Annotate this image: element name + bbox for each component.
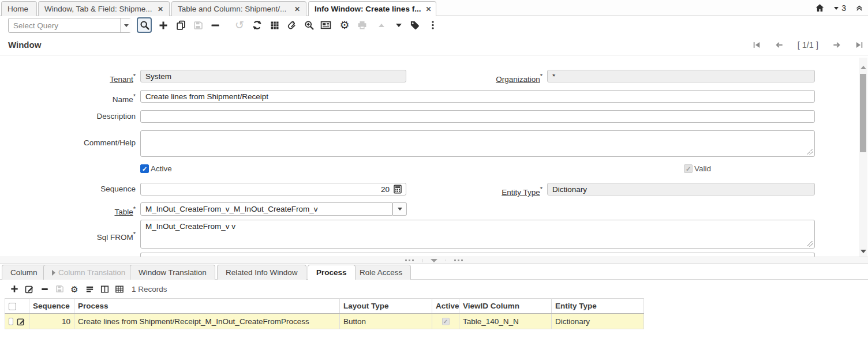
row-entity-type: Dictionary <box>552 314 644 329</box>
splitter-collapse-button[interactable] <box>422 259 446 262</box>
splitter-grip[interactable] <box>397 260 422 261</box>
tab-column-translation[interactable]: Column Translation <box>43 265 134 280</box>
page-title: Window <box>8 40 41 50</box>
row-sequence: 10 <box>29 314 74 329</box>
column-header-entity-type[interactable]: Entity Type <box>552 299 644 314</box>
calculator-button[interactable] <box>393 185 402 194</box>
previous-record-button[interactable] <box>775 41 784 49</box>
open-windows-dropdown[interactable]: 3 <box>834 3 846 13</box>
sql-from-field[interactable]: M_InOut_CreateFrom_v v <box>140 220 815 249</box>
search-icon <box>140 20 149 30</box>
tab-process[interactable]: Process <box>308 265 356 280</box>
select-query-dropdown-button[interactable] <box>120 18 132 32</box>
select-all-checkbox[interactable] <box>9 303 16 310</box>
organization-field[interactable] <box>547 70 815 82</box>
home-button[interactable] <box>815 3 825 13</box>
table-row[interactable]: 10 Create lines from Shipment/Receipt_M_… <box>5 314 644 329</box>
scroll-down-arrow[interactable] <box>860 250 866 253</box>
select-query-input[interactable] <box>9 18 120 32</box>
splitter-grip[interactable] <box>446 260 471 261</box>
active-checkbox[interactable]: ✓ <box>140 164 149 173</box>
last-record-button[interactable] <box>855 41 863 49</box>
panel-splitter[interactable] <box>0 257 868 264</box>
zoom-across-button[interactable] <box>301 17 316 33</box>
description-field[interactable] <box>140 110 815 123</box>
new-record-button[interactable] <box>156 17 171 33</box>
tab-role-access[interactable]: Role Access <box>351 265 411 280</box>
sequence-field[interactable] <box>140 183 406 195</box>
column-header-process[interactable]: Process <box>74 299 340 314</box>
detail-save-button[interactable] <box>52 283 67 295</box>
tab-column[interactable]: Column <box>2 265 46 280</box>
copy-record-button[interactable] <box>173 17 188 33</box>
window-tabbar: Home Window, Tab & Field: Shipme... ✕ Ta… <box>0 0 868 16</box>
tab-window-tab-field[interactable]: Window, Tab & Field: Shipme... ✕ <box>38 1 170 16</box>
delete-record-button[interactable] <box>208 17 223 33</box>
tab-label: Window, Tab & Field: Shipme... <box>44 5 152 13</box>
undo-button[interactable]: ↺ <box>232 17 247 33</box>
detail-grid-view-button[interactable] <box>112 283 127 295</box>
minus-icon <box>211 21 220 30</box>
table-label: Table* <box>0 202 136 219</box>
save-button[interactable] <box>190 17 205 33</box>
row-active-cell: ✓ <box>432 314 459 329</box>
print-button[interactable] <box>354 17 369 33</box>
detail-quick-form-button[interactable] <box>82 283 97 295</box>
first-record-button[interactable] <box>753 41 761 49</box>
row-edit-button[interactable] <box>17 317 25 326</box>
table-dropdown-button[interactable] <box>392 202 407 216</box>
table-grid-icon <box>115 285 124 294</box>
detail-process-button[interactable]: ⚙ <box>67 283 82 295</box>
tab-table-and-column[interactable]: Table and Column: Shipment/... ✕ <box>171 1 306 16</box>
entity-type-field[interactable] <box>547 183 815 195</box>
column-header-layout-type[interactable]: Layout Type <box>340 299 432 314</box>
detail-record-button[interactable] <box>391 17 406 33</box>
edit-icon <box>17 317 25 326</box>
detail-new-button[interactable] <box>7 283 22 295</box>
arrow-left-icon <box>775 41 784 49</box>
detail-delete-button[interactable] <box>37 283 52 295</box>
attachment-button[interactable] <box>284 17 299 33</box>
form-scrollbar <box>859 58 867 257</box>
next-record-button[interactable] <box>832 41 841 49</box>
close-icon[interactable]: ✕ <box>425 5 431 13</box>
tab-info-window[interactable]: Info Window: Create lines f... ✕ <box>308 1 436 16</box>
report-icon <box>320 20 331 30</box>
refresh-button[interactable] <box>249 17 264 33</box>
table-field[interactable] <box>140 202 392 216</box>
collapse-all-button[interactable] <box>855 4 863 12</box>
column-header-sequence[interactable]: Sequence <box>29 299 74 314</box>
detail-edit-button[interactable] <box>22 283 37 295</box>
process-button[interactable]: ⚙ <box>337 17 352 33</box>
more-actions-button[interactable] <box>425 17 440 33</box>
tab-window-translation[interactable]: Window Translation <box>130 265 215 280</box>
column-header-active[interactable]: Active <box>432 299 459 314</box>
grid-toggle-button[interactable] <box>267 17 282 33</box>
scroll-up-arrow[interactable] <box>860 66 866 69</box>
row-select-checkbox[interactable] <box>9 318 13 325</box>
window-form: Tenant* Organization* Name* Description … <box>0 55 859 257</box>
description-label: Description <box>0 110 136 123</box>
save-icon <box>193 21 203 30</box>
detail-panel-toggle-button[interactable] <box>97 283 112 295</box>
comment-help-field[interactable] <box>140 130 815 157</box>
close-icon[interactable]: ✕ <box>294 5 300 13</box>
report-button[interactable] <box>318 17 333 33</box>
valid-checkbox[interactable]: ✓ <box>684 164 693 173</box>
scrollbar-thumb[interactable] <box>860 74 866 152</box>
row-process: Create lines from Shipment/Receipt_M_InO… <box>74 314 340 329</box>
tag-icon <box>410 20 420 30</box>
parent-record-button[interactable] <box>374 17 389 33</box>
find-record-button[interactable] <box>137 17 152 33</box>
plus-icon <box>159 21 168 30</box>
tab-related-info-window[interactable]: Related Info Window <box>217 265 306 280</box>
arrow-right-icon <box>832 41 841 49</box>
close-icon[interactable]: ✕ <box>158 5 163 13</box>
column-header-viewid-column[interactable]: ViewID Column <box>459 299 552 314</box>
titlebar: Window [ 1/1 ] <box>0 35 868 55</box>
tenant-field[interactable] <box>140 70 406 82</box>
label-button[interactable] <box>407 17 422 33</box>
printer-icon <box>357 20 367 30</box>
tab-home[interactable]: Home <box>1 1 37 16</box>
name-field[interactable] <box>140 90 815 103</box>
